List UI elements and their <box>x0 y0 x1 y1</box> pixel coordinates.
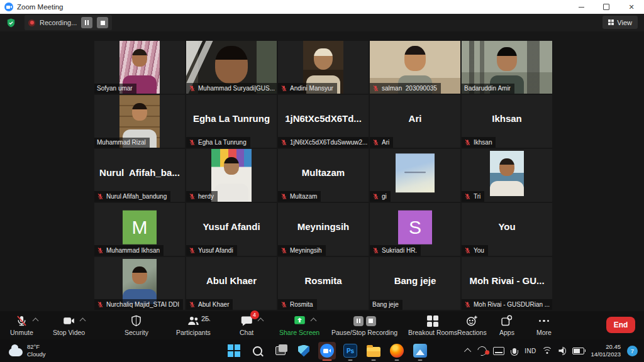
participant-tile[interactable]: MeyningsihMeyningsih <box>278 203 369 256</box>
person-silhouette <box>123 259 157 304</box>
participant-nametag: Multazam <box>278 191 321 202</box>
participant-name-label: 1jN6tXc5dX6TduSwwuw2... <box>290 140 367 146</box>
taskbar-photos-app[interactable] <box>411 342 429 359</box>
participant-tile[interactable]: Badaruddin Amir <box>462 41 552 94</box>
participant-tile[interactable]: herdy <box>186 149 277 202</box>
participant-tile[interactable]: 1jN6tXc5dX6Td...1jN6tXc5dX6TduSwwuw2... <box>278 95 369 148</box>
muted-mic-icon <box>464 247 471 254</box>
task-view-button[interactable] <box>272 342 289 359</box>
participant-name-label: Ikhsan <box>474 140 492 146</box>
microphone-in-use-icon[interactable] <box>513 348 516 354</box>
participant-nametag: Nurul Afifah_bandung <box>94 191 170 202</box>
participant-display-name: Rosmita <box>280 257 366 304</box>
touch-keyboard-icon[interactable] <box>493 347 504 355</box>
participant-tile[interactable]: Egha La TunrungEgha La Tunrung <box>186 95 277 148</box>
toolbar-share-screen[interactable]: Share Screen <box>279 314 319 336</box>
participant-tile[interactable]: SSukriadi HR. <box>370 203 460 256</box>
toolbar-stop-video[interactable]: Stop Video <box>53 314 85 336</box>
start-button[interactable] <box>225 342 243 359</box>
participant-nametag: You <box>462 245 488 256</box>
participant-nametag: Sukriadi HR. <box>370 245 421 256</box>
toolbar-apps[interactable]: Apps <box>499 314 514 336</box>
taskbar-app-icons: Ps <box>225 339 429 362</box>
participant-name-label: You <box>474 248 484 254</box>
participant-tile[interactable]: Yusuf AfandiYusuf Afandi <box>186 203 277 256</box>
minimize-button[interactable] <box>569 0 594 14</box>
battery-icon[interactable] <box>572 348 584 354</box>
pause-recording-button[interactable] <box>81 17 92 28</box>
toolbar-unmute[interactable]: Unmute <box>10 314 33 336</box>
participant-name-label: Muhammad Ikhsan <box>106 248 160 254</box>
participant-tile[interactable]: YouYou <box>462 203 552 256</box>
participant-tile[interactable]: Muhammad Rizal <box>94 95 185 148</box>
participant-video <box>123 259 157 304</box>
taskbar-clock[interactable]: 20.45 14/01/2023 <box>591 343 621 359</box>
system-tray: IND 20.45 14/01/2023 7 <box>466 343 644 359</box>
view-button[interactable]: View <box>602 16 638 29</box>
toolbar-security[interactable]: Security <box>125 314 148 336</box>
toolbar-chat[interactable]: 4Chat <box>240 314 253 336</box>
recording-sync-tray-icon[interactable] <box>476 344 489 357</box>
participant-name-label: Nurchaliq Majid_STAI DDI <box>106 302 179 308</box>
participant-name-label: Nurul Afifah_bandung <box>106 194 167 200</box>
share-screen-icon <box>293 314 306 327</box>
participant-display-name: 1jN6tXc5dX6Td... <box>280 95 366 141</box>
participant-display-name: Abul Khaer <box>189 257 274 304</box>
taskbar-zoom-app[interactable] <box>318 342 336 359</box>
avatar: M <box>123 211 157 244</box>
search-icon <box>253 346 262 356</box>
participant-tile[interactable]: Andini Mansyur <box>278 41 369 94</box>
participant-name-label: Muhammad Rizal <box>97 140 146 146</box>
toolbar-reactions[interactable]: Reactions <box>457 314 487 336</box>
participant-tile[interactable]: Moh Rivai - GU...Moh Rivai - GUSDURian .… <box>462 257 552 310</box>
minimize-icon <box>579 7 584 8</box>
participant-name-label: Muhammad Suryadi|GUS... <box>198 85 275 92</box>
language-indicator[interactable]: IND <box>525 348 536 354</box>
taskbar-photoshop-app[interactable]: Ps <box>341 342 359 359</box>
muted-mic-icon <box>372 193 379 200</box>
participant-tile[interactable]: MultazamMultazam <box>278 149 369 202</box>
participant-tile[interactable]: Muhammad Suryadi|GUS... <box>186 41 277 94</box>
participant-nametag: Andini Mansyur <box>278 83 337 94</box>
tray-overflow-chevron-icon[interactable] <box>464 348 471 355</box>
participant-tile[interactable]: Nurchaliq Majid_STAI DDI <box>94 257 185 310</box>
chevron-up-icon[interactable] <box>310 318 316 324</box>
participant-tile[interactable]: MMuhammad Ikhsan <box>94 203 185 256</box>
encryption-shield-icon[interactable] <box>6 18 16 28</box>
participant-tile[interactable]: Nurul Afifah_ba...Nurul Afifah_bandung <box>94 149 185 202</box>
participant-display-name: Nurul Afifah_ba... <box>97 149 182 195</box>
end-meeting-button[interactable]: End <box>606 317 635 333</box>
toolbar-more[interactable]: More <box>536 314 552 336</box>
toolbar-item-label: Participants <box>176 329 211 336</box>
taskbar-file-explorer[interactable] <box>365 342 382 359</box>
participant-display-name: Egha La Tunrung <box>189 95 274 141</box>
volume-control[interactable] <box>558 347 566 355</box>
toolbar-breakout-rooms[interactable]: Breakout Rooms <box>408 314 457 336</box>
chevron-up-icon[interactable] <box>257 318 264 324</box>
chevron-up-icon[interactable] <box>32 318 38 324</box>
participant-tile[interactable]: gi <box>370 149 460 202</box>
participant-tile[interactable]: salman 203090035 <box>370 41 460 94</box>
participant-tile[interactable]: Sofyan umar <box>94 41 185 94</box>
chevron-up-icon[interactable] <box>80 318 86 324</box>
participant-tile[interactable]: Tri <box>462 149 552 202</box>
cloud-icon <box>9 348 23 356</box>
taskbar-search-button[interactable] <box>248 342 266 359</box>
participant-tile[interactable]: RosmitaRosmita <box>278 257 369 310</box>
toolbar-pause-stop-recording[interactable]: Pause/Stop Recording <box>331 314 397 336</box>
close-button[interactable]: ✕ <box>619 0 644 14</box>
participant-tile[interactable]: AriAri <box>370 95 460 148</box>
maximize-button[interactable] <box>594 0 619 14</box>
taskbar-firefox-app[interactable] <box>388 342 406 359</box>
notification-count-badge[interactable]: 7 <box>627 346 638 356</box>
participant-tile[interactable]: Bang jejeBang jeje <box>370 257 460 310</box>
meeting-toolbar: UnmuteStop VideoSecurity25Participants4C… <box>0 311 644 339</box>
wifi-icon[interactable] <box>542 347 552 354</box>
participant-tile[interactable]: IkhsanIkhsan <box>462 95 552 148</box>
muted-mic-icon <box>280 193 287 200</box>
windows-security-button[interactable] <box>295 342 313 359</box>
participant-tile[interactable]: Abul KhaerAbul Khaer <box>186 257 277 310</box>
taskbar-weather-widget[interactable]: 82°F Cloudy <box>0 343 46 358</box>
toolbar-participants[interactable]: 25Participants <box>176 314 211 336</box>
stop-recording-button[interactable] <box>97 17 108 28</box>
